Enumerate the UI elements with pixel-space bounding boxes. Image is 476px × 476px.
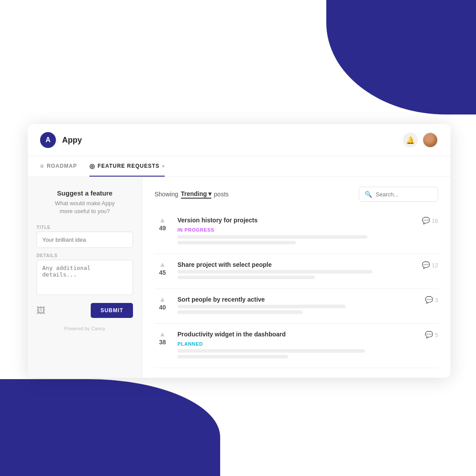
skeleton-line — [177, 310, 303, 314]
comment-section[interactable]: 💬 3 — [425, 296, 438, 304]
right-header: Showing Trending ▾ posts 🔍 — [155, 187, 438, 202]
feature-item-productivity-widget: ▲ 38 Productivity widget in the dashboar… — [155, 324, 438, 368]
title-input[interactable] — [37, 232, 133, 248]
comment-section[interactable]: 💬 12 — [422, 261, 438, 269]
nav-bar: ≡ ROADMAP ◎ FEATURE REQUESTS ▾ — [28, 156, 450, 177]
feature-requests-icon: ◎ — [89, 162, 95, 170]
image-upload-button[interactable]: 🖼 — [37, 306, 45, 316]
submit-button[interactable]: SUBMIT — [91, 303, 133, 318]
feature-title[interactable]: Sort people by recently active — [177, 296, 418, 303]
showing-text: Showing Trending ▾ posts — [155, 190, 229, 199]
app-logo: A — [40, 132, 56, 148]
trending-dropdown-button[interactable]: Trending ▾ — [181, 190, 211, 199]
trending-chevron-icon: ▾ — [208, 190, 211, 197]
notification-button[interactable]: 🔔 — [403, 133, 418, 148]
skeleton-line — [177, 270, 372, 273]
blob-top-right — [326, 0, 476, 114]
feature-content: Productivity widget in the dashboard PLA… — [177, 331, 418, 361]
suggest-panel: Suggest a feature What would make Appy m… — [28, 177, 142, 378]
feature-item-sort-people: ▲ 40 Sort people by recently active 💬 3 — [155, 289, 438, 324]
comment-count: 16 — [432, 218, 438, 224]
nav-item-feature-requests[interactable]: ◎ FEATURE REQUESTS ▾ — [89, 156, 165, 177]
comment-icon: 💬 — [425, 331, 433, 339]
vote-section: ▲ 45 — [155, 261, 170, 276]
upvote-icon[interactable]: ▲ — [159, 217, 166, 224]
image-icon: 🖼 — [37, 306, 45, 315]
comment-section[interactable]: 💬 16 — [422, 217, 438, 225]
comment-icon: 💬 — [422, 217, 430, 225]
skeleton-line — [177, 235, 367, 239]
status-badge: PLANNED — [177, 341, 203, 347]
vote-section: ▲ 40 — [155, 296, 170, 311]
card-header: A Appy 🔔 — [28, 124, 450, 156]
feature-title[interactable]: Version history for projects — [177, 217, 415, 224]
nav-label-roadmap: ROADMAP — [47, 163, 77, 169]
features-panel: Showing Trending ▾ posts 🔍 ▲ 49 Version — [142, 177, 450, 378]
vote-count: 45 — [159, 269, 166, 276]
main-card: A Appy 🔔 ≡ ROADMAP ◎ FEATURE REQUESTS ▾ — [28, 124, 450, 378]
form-footer: 🖼 SUBMIT — [37, 303, 133, 318]
skeleton-line — [177, 276, 315, 279]
comment-icon: 💬 — [422, 261, 430, 269]
vote-count: 40 — [159, 304, 166, 311]
comment-count: 5 — [435, 332, 438, 338]
skeleton-line — [177, 305, 346, 308]
feature-item-share-project: ▲ 45 Share project with select people 💬 … — [155, 254, 438, 289]
vote-section: ▲ 49 — [155, 217, 170, 232]
skeleton-line — [177, 241, 296, 244]
feature-title[interactable]: Share project with select people — [177, 261, 415, 268]
skeleton-line — [177, 355, 288, 358]
details-input[interactable] — [37, 260, 133, 295]
powered-by: Powered by Canny — [37, 326, 133, 331]
suggest-subtitle: What would make Appy more useful to you? — [37, 199, 133, 215]
details-form-group: DETAILS — [37, 253, 133, 297]
vote-section: ▲ 38 — [155, 331, 170, 346]
title-form-group: TITLE — [37, 225, 133, 248]
roadmap-icon: ≡ — [40, 162, 44, 170]
avatar-image — [423, 133, 437, 147]
comment-icon: 💬 — [425, 296, 433, 304]
avatar[interactable] — [422, 132, 438, 148]
notification-icon: 🔔 — [406, 136, 415, 144]
search-input[interactable] — [376, 191, 432, 198]
search-box: 🔍 — [359, 187, 438, 202]
feature-item-version-history: ▲ 49 Version history for projects IN PRO… — [155, 210, 438, 254]
comment-count: 3 — [435, 297, 438, 303]
vote-count: 49 — [159, 225, 166, 232]
title-label: TITLE — [37, 225, 133, 230]
skeleton-line — [177, 349, 365, 353]
header-right: 🔔 — [403, 132, 438, 148]
feature-list: ▲ 49 Version history for projects IN PRO… — [155, 210, 438, 368]
suggest-title: Suggest a feature — [37, 189, 133, 197]
nav-item-roadmap[interactable]: ≡ ROADMAP — [40, 156, 77, 177]
card-body: Suggest a feature What would make Appy m… — [28, 177, 450, 378]
upvote-icon[interactable]: ▲ — [159, 331, 166, 338]
chevron-down-icon: ▾ — [162, 164, 165, 169]
upvote-icon[interactable]: ▲ — [159, 296, 166, 303]
header-left: A Appy — [40, 132, 82, 148]
feature-content: Sort people by recently active — [177, 296, 418, 316]
vote-count: 38 — [159, 339, 166, 346]
status-badge: IN PROGRESS — [177, 227, 214, 232]
app-name: Appy — [62, 136, 82, 145]
feature-content: Share project with select people — [177, 261, 415, 281]
search-icon: 🔍 — [365, 191, 372, 198]
feature-content: Version history for projects IN PROGRESS — [177, 217, 415, 247]
upvote-icon[interactable]: ▲ — [159, 261, 166, 268]
comment-count: 12 — [432, 262, 438, 269]
feature-title[interactable]: Productivity widget in the dashboard — [177, 331, 418, 338]
blob-bottom-left — [0, 379, 220, 476]
comment-section[interactable]: 💬 5 — [425, 331, 438, 339]
details-label: DETAILS — [37, 253, 133, 258]
nav-label-feature-requests: FEATURE REQUESTS — [98, 163, 159, 169]
